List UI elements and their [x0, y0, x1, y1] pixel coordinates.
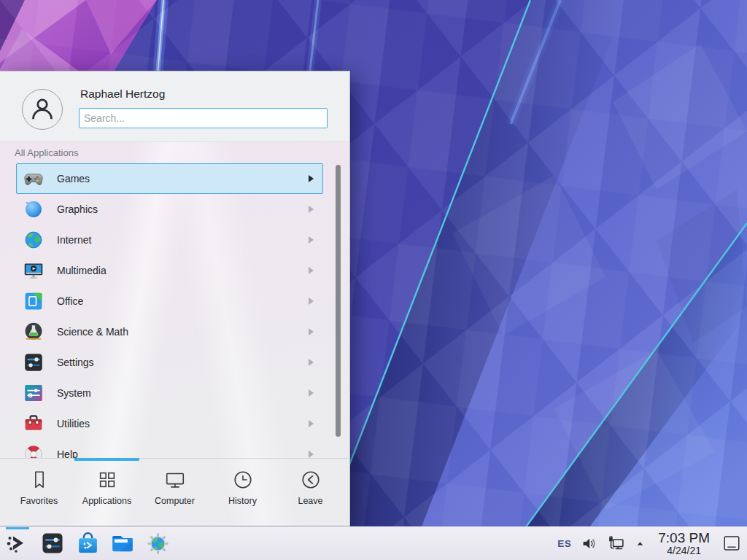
submenu-arrow-icon [309, 359, 314, 366]
submenu-arrow-icon [309, 328, 314, 335]
system-settings-icon [41, 532, 64, 555]
menu-item-label: System [57, 387, 91, 399]
submenu-arrow-icon [309, 298, 314, 305]
submenu-arrow-icon [309, 206, 314, 213]
globe-gear-icon [147, 532, 169, 555]
file-manager-button[interactable] [109, 527, 136, 559]
active-launcher-indicator [6, 527, 29, 529]
menu-item-label: Settings [57, 357, 94, 368]
user-avatar[interactable] [22, 89, 63, 130]
utilities-icon [23, 413, 44, 434]
menu-item-office[interactable]: Office [16, 286, 323, 316]
application-launcher-button[interactable] [4, 527, 31, 559]
tab-label: Leave [298, 496, 322, 506]
search-input[interactable] [79, 108, 328, 128]
tab-history[interactable]: History [209, 459, 276, 526]
user-name: Raphael Hertzog [80, 88, 165, 101]
menu-item-label: Internet [57, 234, 91, 246]
system-settings-button[interactable] [39, 527, 66, 559]
submenu-arrow-icon [309, 389, 314, 397]
tab-leave[interactable]: Leave [276, 459, 344, 526]
tab-favorites[interactable]: Favorites [5, 459, 73, 526]
internet-icon [23, 230, 44, 250]
submenu-arrow-icon [309, 451, 314, 458]
tab-label: Favorites [20, 496, 58, 506]
help-icon [23, 444, 44, 458]
menu-item-label: Utilities [57, 418, 90, 429]
tab-computer[interactable]: Computer [141, 459, 209, 526]
menu-item-graphics[interactable]: Graphics [16, 194, 323, 225]
section-label: All Applications [15, 147, 78, 158]
list-scrollbar[interactable] [336, 165, 341, 437]
tab-applications[interactable]: Applications [73, 459, 141, 526]
menu-item-label: Graphics [57, 203, 98, 215]
menu-item-label: Help [57, 448, 78, 458]
folder-icon [110, 531, 135, 556]
menu-item-internet[interactable]: Internet [16, 225, 323, 255]
show-desktop-button[interactable] [722, 534, 741, 553]
graphics-icon [23, 199, 44, 219]
user-icon [28, 95, 57, 124]
office-icon [23, 291, 44, 311]
launcher-body: All Applications Games Graphics Internet… [0, 142, 349, 526]
discover-bag-icon [76, 532, 100, 556]
taskbar-panel: ES 7:03 PM 4/24/21 [0, 526, 747, 560]
history-clock-icon [232, 469, 254, 491]
application-category-list: Games Graphics Internet Multimedia Offic [0, 163, 349, 458]
tray-expand-arrow-icon[interactable] [635, 538, 646, 549]
menu-item-label: Multimedia [57, 265, 107, 276]
menu-item-help[interactable]: Help [16, 439, 323, 458]
system-tray: ES 7:03 PM 4/24/21 [557, 526, 747, 560]
menu-item-settings[interactable]: Settings [16, 347, 323, 378]
keyboard-layout-indicator[interactable]: ES [557, 538, 571, 549]
submenu-arrow-icon [309, 236, 314, 244]
submenu-arrow-icon [309, 175, 314, 182]
menu-item-science-math[interactable]: Science & Math [16, 316, 323, 347]
menu-item-games[interactable]: Games [16, 163, 323, 194]
system-icon [23, 383, 44, 403]
digital-clock[interactable]: 7:03 PM 4/24/21 [655, 531, 713, 556]
network-icon[interactable] [607, 534, 625, 553]
launcher-header: Raphael Hertzog [0, 71, 349, 142]
menu-item-label: Science & Math [57, 326, 128, 338]
menu-item-utilities[interactable]: Utilities [16, 408, 323, 439]
tab-label: Computer [155, 496, 195, 506]
multimedia-icon [23, 260, 44, 281]
submenu-arrow-icon [309, 420, 314, 427]
settings-icon [23, 352, 44, 373]
menu-item-label: Office [57, 295, 83, 307]
menu-item-multimedia[interactable]: Multimedia [16, 255, 323, 286]
web-browser-button[interactable] [144, 527, 171, 559]
applications-grid-icon [96, 469, 118, 491]
leave-icon [300, 469, 322, 491]
kde-launcher-icon [6, 532, 29, 555]
clock-time: 7:03 PM [658, 531, 710, 545]
tab-label: History [228, 496, 257, 506]
submenu-arrow-icon [309, 267, 314, 274]
menu-item-label: Games [57, 173, 90, 184]
menu-item-system[interactable]: System [16, 378, 323, 408]
tab-label: Applications [82, 496, 131, 506]
application-launcher-popup: Raphael Hertzog All Applications Games G… [0, 71, 350, 526]
taskbar-launchers [0, 526, 171, 560]
science-icon [23, 322, 44, 342]
computer-icon [164, 469, 186, 491]
clock-date: 4/24/21 [658, 545, 710, 556]
discover-button[interactable] [74, 527, 101, 559]
launcher-tab-bar: Favorites Applications Computer History [0, 458, 349, 526]
games-icon [23, 168, 44, 189]
favorites-icon [28, 469, 50, 491]
active-tab-indicator [74, 458, 139, 461]
volume-icon[interactable] [581, 535, 597, 552]
